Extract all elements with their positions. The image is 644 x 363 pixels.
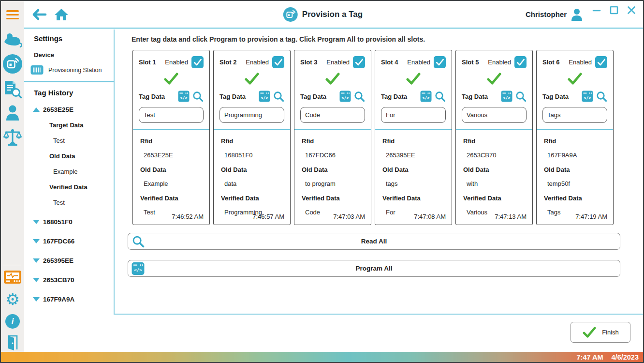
maximize-button[interactable] xyxy=(609,5,619,15)
check-icon xyxy=(597,58,606,67)
tag-data-input[interactable] xyxy=(139,107,204,123)
program-slot-button[interactable]: </> xyxy=(582,91,593,102)
sidebar-item-mouse[interactable] xyxy=(3,31,22,49)
verified-data-label: Verified Data xyxy=(300,195,365,202)
user-area[interactable]: Christopher xyxy=(526,8,583,21)
verified-data-label: Verified Data xyxy=(220,195,284,202)
svg-text:</>: </> xyxy=(503,95,510,100)
provision-tag-icon xyxy=(3,54,22,74)
chevron-down-icon xyxy=(33,220,40,224)
tag-data-input[interactable] xyxy=(300,107,365,123)
minimize-button[interactable] xyxy=(592,5,601,15)
check-icon xyxy=(516,58,525,67)
read-slot-button[interactable] xyxy=(192,91,204,102)
read-slot-button[interactable] xyxy=(353,91,365,102)
program-all-button[interactable]: </> Program All xyxy=(128,260,620,277)
old-data-label: Old Data xyxy=(220,166,284,173)
history-id: 167FDC66 xyxy=(43,238,74,245)
read-slot-button[interactable] xyxy=(434,91,446,102)
rfid-value: 168051F0 xyxy=(220,151,284,159)
history-id: 2653E25E xyxy=(43,106,73,113)
user-name: Christopher xyxy=(526,10,567,18)
program-slot-button[interactable]: </> xyxy=(178,91,190,102)
program-slot-button[interactable]: </> xyxy=(501,91,512,102)
success-check-icon xyxy=(406,73,421,85)
history-id: 167F9A9A xyxy=(43,296,74,303)
device-provisioning-station[interactable]: Provisioning Station xyxy=(30,65,114,75)
search-icon xyxy=(132,235,145,248)
history-item[interactable]: 167F9A9A xyxy=(33,296,114,303)
svg-text:</>: </> xyxy=(261,95,268,100)
slot-name: Slot 3 xyxy=(300,59,317,66)
history-item[interactable]: 2653CB70 xyxy=(33,276,114,284)
old-data-value: tags xyxy=(381,180,446,187)
verified-data-label: Verified Data xyxy=(381,195,446,202)
card-divider xyxy=(133,129,209,130)
old-data-value: data xyxy=(220,180,284,187)
read-all-button[interactable]: Read All xyxy=(128,233,620,250)
station-monitor-icon xyxy=(3,270,22,286)
history-sections: Target Data Test Old Data Example Verifi… xyxy=(24,121,114,206)
sidebar-item-tag-report[interactable] xyxy=(3,79,22,99)
program-slot-button[interactable]: </> xyxy=(339,91,351,102)
history-item[interactable]: 168051F0 xyxy=(33,218,114,226)
sidebar-item-provision-tag[interactable] xyxy=(3,54,22,74)
hamburger-menu-icon[interactable] xyxy=(6,10,19,21)
tag-data-label: Tag Data xyxy=(381,93,407,100)
program-icon: </> xyxy=(132,262,145,275)
finish-button[interactable]: Finish xyxy=(571,322,630,343)
slot-timestamp: 7:46:52 AM xyxy=(172,213,204,220)
enabled-checkbox[interactable] xyxy=(434,56,446,68)
old-data-label: Old Data xyxy=(139,166,204,173)
document-search-icon xyxy=(3,79,22,99)
slot-name: Slot 1 xyxy=(139,59,156,66)
sidebar-item-exit[interactable] xyxy=(6,335,19,350)
slot-name: Slot 2 xyxy=(220,59,236,66)
history-item[interactable]: 167FDC66 xyxy=(33,238,114,245)
settings-panel: Settings Device Provisioning Station Tag… xyxy=(24,30,114,352)
history-section-label: Old Data xyxy=(49,152,114,160)
tag-data-input[interactable] xyxy=(462,107,527,123)
door-exit-icon xyxy=(6,335,19,350)
enabled-label: Enabled xyxy=(326,59,350,66)
back-button[interactable] xyxy=(31,8,47,21)
user-icon xyxy=(571,8,583,21)
enabled-checkbox[interactable] xyxy=(514,56,527,68)
slot-timestamp: 7:47:03 AM xyxy=(333,213,365,220)
program-slot-button[interactable]: </> xyxy=(259,91,270,102)
enabled-checkbox[interactable] xyxy=(272,56,284,68)
verified-data-label: Verified Data xyxy=(542,195,607,202)
enabled-checkbox[interactable] xyxy=(595,56,607,68)
history-section-value: Test xyxy=(53,137,114,144)
program-slot-button[interactable]: </> xyxy=(420,91,432,102)
tag-data-input[interactable] xyxy=(381,107,446,123)
old-data-label: Old Data xyxy=(542,166,607,173)
sidebar-item-compliance[interactable] xyxy=(3,128,22,147)
read-slot-button[interactable] xyxy=(515,91,527,102)
success-check-icon xyxy=(163,73,179,85)
read-slot-button[interactable] xyxy=(273,91,284,102)
check-icon xyxy=(354,58,364,67)
sidebar-item-station[interactable] xyxy=(3,270,22,286)
history-section-value: Example xyxy=(53,168,114,175)
card-divider xyxy=(537,129,613,130)
sidebar-item-settings[interactable]: ⚙ xyxy=(5,291,20,307)
tag-data-input[interactable] xyxy=(220,107,284,123)
old-data-label: Old Data xyxy=(300,166,365,173)
rfid-label: Rfid xyxy=(220,137,284,145)
home-button[interactable] xyxy=(54,8,69,21)
enabled-checkbox[interactable] xyxy=(353,56,365,68)
enabled-label: Enabled xyxy=(246,59,269,66)
history-section-label: Target Data xyxy=(49,121,114,129)
close-button[interactable] xyxy=(627,5,636,15)
slot-timestamp: 7:47:08 AM xyxy=(414,213,446,220)
tag-data-input[interactable] xyxy=(542,107,607,123)
history-section-label: Verified Data xyxy=(49,183,114,191)
sidebar-item-about[interactable]: i xyxy=(5,314,20,329)
enabled-checkbox[interactable] xyxy=(191,56,204,68)
history-item-expanded[interactable]: 2653E25E xyxy=(33,106,114,113)
sidebar-item-users[interactable] xyxy=(5,105,20,121)
history-item[interactable]: 265395EE xyxy=(33,257,114,264)
enabled-label: Enabled xyxy=(407,59,430,66)
read-slot-button[interactable] xyxy=(596,91,607,102)
